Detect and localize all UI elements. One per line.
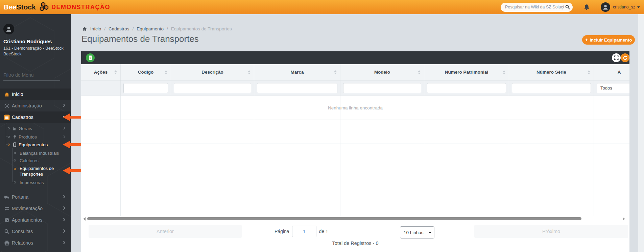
sidebar-item-cadastros[interactable]: Cadastros [0, 111, 71, 123]
filter-input-marca[interactable] [257, 83, 337, 93]
profile-environment: 161 - Demonstração - BeeStock [3, 46, 64, 51]
sort-icon[interactable] [503, 70, 505, 74]
sort-icon[interactable] [165, 70, 167, 74]
sidebar-item-gerais[interactable]: Gerais [0, 124, 71, 132]
user-avatar[interactable] [601, 2, 610, 12]
gears-icon [4, 103, 10, 109]
column-header-numero-serie[interactable]: Número Série [509, 64, 594, 80]
search-icon [4, 229, 10, 234]
bullet-icon [8, 127, 10, 129]
filter-input-codigo[interactable] [123, 83, 168, 93]
refresh-icon [623, 55, 628, 60]
column-header-ativo[interactable]: A [594, 64, 629, 80]
table-filter-row: Todos [81, 80, 629, 96]
sort-icon[interactable] [334, 70, 337, 74]
user-menu-caret-icon[interactable] [637, 6, 640, 8]
brand-stock: Stock [17, 3, 36, 11]
notifications-bell-icon[interactable] [583, 4, 590, 10]
column-header-descricao[interactable]: Descrição [171, 64, 254, 80]
bullet-icon [14, 181, 16, 183]
page-title: Equipamentos de Transportes [81, 34, 199, 44]
sort-icon[interactable] [248, 70, 251, 74]
filter-input-modelo[interactable] [343, 83, 421, 93]
fullscreen-button[interactable] [612, 53, 621, 62]
sort-icon[interactable] [418, 70, 421, 74]
scroll-right-arrow-icon[interactable] [623, 217, 625, 221]
truck-icon [4, 194, 10, 200]
sidebar: Cristiano Rodrigues 161 - Demonstração -… [0, 14, 71, 252]
demo-banner: DEMONSTRAÇÃO [51, 0, 110, 14]
beestock-logo[interactable]: BeeStock [3, 0, 50, 14]
incluir-equipamento-button[interactable]: + Incluir Equipamento [582, 35, 635, 45]
sort-icon[interactable] [114, 70, 117, 74]
column-header-acoes[interactable]: Ações [81, 64, 120, 80]
sort-icon[interactable] [588, 70, 590, 74]
wiki-search-input[interactable] [501, 3, 573, 12]
bullet-icon [8, 144, 10, 146]
column-header-codigo[interactable]: Código [120, 64, 171, 80]
sidebar-item-inicio[interactable]: Início [0, 89, 71, 100]
breadcrumb-inicio[interactable]: Início [90, 26, 101, 31]
breadcrumb-separator: / [104, 26, 105, 31]
list-icon [4, 115, 10, 120]
table-toolbar: x [81, 51, 629, 64]
bullet-icon [14, 168, 16, 170]
chevron-right-icon [63, 194, 66, 200]
plus-icon: + [585, 37, 588, 43]
breadcrumb-cadastros[interactable]: Cadastros [109, 26, 129, 31]
top-bar: BeeStock DEMONSTRAÇÃO [0, 0, 644, 14]
filter-input-descricao[interactable] [174, 83, 251, 93]
person-icon [5, 25, 13, 33]
search-icon[interactable] [565, 4, 570, 10]
sidebar-item-administracao[interactable]: Administração [0, 100, 71, 111]
lightbulb-icon [12, 134, 17, 140]
filter-input-numero-serie[interactable] [512, 83, 591, 93]
previous-page-button[interactable]: Anterior [89, 225, 242, 238]
table-body [81, 96, 629, 216]
sidebar-item-produtos[interactable]: Produtos [0, 133, 71, 141]
sidebar-item-movimentacao[interactable]: Movimentação [0, 203, 71, 214]
profile-avatar[interactable] [3, 24, 14, 34]
next-page-button[interactable]: Próximo [474, 225, 628, 238]
menu-filter-input[interactable] [3, 71, 60, 81]
sidebar-item-equipamentos[interactable]: Equipamentos [0, 141, 71, 149]
filter-select-ativo[interactable]: Todos [597, 83, 629, 93]
bullet-icon [8, 136, 10, 138]
column-header-modelo[interactable]: Modelo [340, 64, 424, 80]
sidebar-item-apontamentos[interactable]: Apontamentos [0, 214, 71, 226]
profile-company: BeeStock [3, 52, 22, 56]
sidebar-item-equipamentos-de-transportes[interactable]: Equipamentos de Transportes [0, 166, 71, 178]
sidebar-item-relatorios[interactable]: Relatórios [0, 237, 71, 249]
sidebar-item-balancas-industriais[interactable]: Balanças Industriais [0, 149, 71, 157]
sidebar-item-consultas[interactable]: Consultas [0, 226, 71, 237]
column-header-marca[interactable]: Marca [254, 64, 340, 80]
home-icon[interactable] [82, 26, 87, 31]
scroll-left-arrow-icon[interactable] [83, 217, 86, 221]
person-icon [602, 3, 609, 11]
factory-icon [12, 126, 17, 131]
page-number-input[interactable] [292, 226, 316, 237]
sidebar-item-impressoras[interactable]: Impressoras [0, 179, 71, 186]
column-header-numero-patrimonial[interactable]: Número Patrimonial [424, 64, 509, 80]
sidebar-item-coletores[interactable]: Coletores [0, 157, 71, 164]
chevron-right-icon [63, 217, 66, 223]
printer-icon [4, 240, 10, 246]
chevron-right-icon [63, 103, 66, 109]
page-label: Página [275, 229, 289, 234]
export-excel-button[interactable]: x [86, 53, 95, 62]
horizontal-scrollbar-thumb[interactable] [87, 217, 581, 220]
swap-arrows-icon [4, 206, 10, 211]
excel-file-icon: x [88, 55, 93, 60]
breadcrumb-separator: / [167, 26, 168, 31]
profile-name: Cristiano Rodrigues [3, 39, 52, 44]
breadcrumb-equipamento[interactable]: Equipamento [137, 26, 164, 31]
chevron-right-icon [63, 134, 66, 140]
refresh-button[interactable] [621, 53, 629, 62]
page-scrollbar-track[interactable] [638, 14, 644, 252]
chevron-right-icon [63, 228, 66, 234]
sidebar-item-portaria[interactable]: Portaria [0, 191, 71, 203]
username-label[interactable]: cristiano_sz [613, 5, 635, 9]
page-size-select[interactable]: 10 Linhas [400, 226, 434, 238]
filter-input-numero-patrimonial[interactable] [427, 83, 506, 93]
topbar-right-cluster: cristiano_sz [501, 0, 640, 14]
